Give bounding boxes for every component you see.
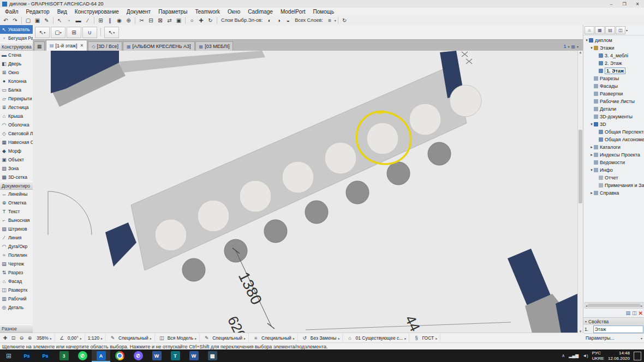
scroll-up-icon[interactable]: ▲ (579, 51, 582, 54)
scroll-down-icon[interactable]: ▼ (579, 330, 582, 333)
toolbox-section-0[interactable]: Конструирова (0, 43, 33, 51)
chevron-down-icon[interactable]: ▾ (626, 28, 628, 32)
selector-3[interactable]: ≡Специальный▸ (249, 333, 298, 343)
selector-1[interactable]: ◫Вся Модель▸ (155, 333, 200, 343)
scrollbar-thumb[interactable] (579, 130, 582, 203)
taskbar-app-archicad[interactable]: A (92, 349, 110, 362)
layer-show-icon[interactable]: ◐ (265, 16, 274, 25)
tree-item-9[interactable]: Детали (583, 105, 644, 113)
close-button[interactable]: ✕ (631, 0, 644, 8)
column-circle[interactable] (409, 104, 441, 135)
chevron-up-icon[interactable]: ∧ (562, 353, 565, 358)
snap-icon[interactable]: ◉ (115, 16, 124, 25)
tool-item-1-10[interactable]: ⌂Фасад (0, 277, 33, 286)
tree-expand-icon[interactable]: ▸ (589, 191, 594, 195)
toolbox-section-1[interactable]: Документиро (0, 182, 33, 190)
tool-item-0-0[interactable]: ▬Стена (0, 51, 33, 59)
guides-icon[interactable]: ∥ (105, 16, 115, 25)
tool-item-0-8[interactable]: ◠Оболочка (0, 120, 33, 129)
zoom-in-icon[interactable]: ⊕ (26, 334, 34, 342)
tree-expand-icon[interactable]: ▸ (589, 153, 594, 157)
selector-6[interactable]: §ГОСТ▸ (409, 333, 440, 343)
pile-circle[interactable] (182, 258, 205, 281)
tree-item-10[interactable]: 3D-документы (583, 113, 644, 120)
tree-item-13[interactable]: Общая Аксонометрия (583, 136, 644, 143)
tool-item-0-2[interactable]: ⊞Окно (0, 68, 33, 77)
layout-book-icon[interactable]: ▤ (605, 26, 615, 34)
tool-item-1-1[interactable]: ⊕Отметка (0, 198, 33, 207)
tool-item-0-10[interactable]: ▦Навесная С (0, 138, 33, 147)
taskbar-app-teams[interactable]: T (166, 349, 184, 362)
tool-item-0-5[interactable]: ▱Перекрыти (0, 94, 33, 103)
menu-item-4[interactable]: Документ (123, 8, 154, 15)
taskbar-app-word-2[interactable]: W (184, 349, 203, 362)
tree-item-0[interactable]: ▾диплом (583, 37, 644, 44)
scroll-left-icon[interactable]: ◂ (586, 304, 587, 307)
volume-icon[interactable]: ◄) (582, 353, 588, 358)
tool-item-0-1[interactable]: ◧Дверь (0, 59, 33, 68)
taskbar-app-chrome[interactable] (110, 349, 129, 362)
snap-grid-icon[interactable]: ⊞ (67, 27, 81, 38)
navigator-hscrollbar[interactable]: ◂ ▸ (585, 302, 643, 309)
tree-expand-icon[interactable]: ▸ (589, 145, 594, 149)
scale-control[interactable]: 1:120 ▸ (85, 333, 106, 343)
chevron-down-icon[interactable]: ▾ (577, 45, 579, 49)
tree-item-12[interactable]: Общая Перспектива (583, 128, 644, 136)
view-map-icon[interactable]: ▦ (595, 26, 605, 34)
tree-item-6[interactable]: Фасады (583, 82, 644, 90)
scroll-right-icon[interactable]: ▸ (641, 304, 642, 307)
scissors-icon[interactable]: ✂ (137, 16, 146, 25)
taskbar-app-viber[interactable]: ✆ (129, 349, 147, 362)
layer-lock-icon[interactable]: ◒ (283, 16, 293, 25)
mirror-icon[interactable]: ⇄ (165, 16, 174, 25)
close-icon[interactable]: ✕ (639, 310, 643, 316)
tree-item-15[interactable]: ▸Индексы Проекта (583, 151, 644, 159)
tool-item-0-3[interactable]: ●Колонна (0, 77, 33, 86)
story-name-field[interactable]: Этаж (593, 325, 643, 333)
tab-3[interactable]: ▦[03 МЕБЛІ] (195, 41, 234, 51)
tool-item-1-0[interactable]: ↔Линейны (0, 190, 33, 198)
minimize-button[interactable]: – (605, 0, 618, 8)
tool-item-0-9[interactable]: ◇Световой Л (0, 129, 33, 138)
language-indicator[interactable]: РУС UKRE (592, 351, 604, 361)
taskbar-app-notepad[interactable]: ▤ (203, 349, 222, 362)
tree-item-4[interactable]: 1. Этаж (583, 67, 644, 75)
tool-item-1-9[interactable]: ⇅Разрез (0, 268, 33, 277)
pan-icon[interactable]: ✚ (196, 16, 206, 25)
zoom-out-icon[interactable]: ⊖ (17, 334, 26, 342)
selector-0[interactable]: ✎Специальный▸ (106, 333, 155, 343)
tree-item-14[interactable]: ▸Каталоги (583, 143, 644, 151)
tool-item-0-4[interactable]: ▭Балка (0, 86, 33, 94)
notification-center-icon[interactable] (634, 352, 641, 360)
layer-indicator[interactable]: 1 (563, 44, 566, 49)
new-view-icon[interactable]: ◫ (632, 310, 637, 316)
clock[interactable]: 14:48 12.06.2020 (608, 351, 630, 361)
tool-item-1-12[interactable]: ▥Рабочий (0, 294, 33, 303)
tree-item-20[interactable]: ▸Справка (583, 189, 644, 197)
menu-item-6[interactable]: Teamwork (192, 8, 224, 15)
rotate-icon[interactable]: ↻ (206, 16, 215, 25)
tab-close-icon[interactable]: ✕ (80, 43, 84, 48)
tree-expand-icon[interactable]: ▾ (589, 46, 594, 50)
menu-item-7[interactable]: Окно (224, 8, 244, 15)
cursor-icon[interactable]: ↖▾ (104, 27, 119, 38)
tree-item-1[interactable]: ▾Этажи (583, 44, 644, 52)
column-circle[interactable] (450, 85, 481, 117)
network-icon[interactable]: ▂▄▆ (569, 353, 579, 358)
project-map-icon[interactable]: ⌂ (585, 26, 594, 34)
column-circle[interactable] (325, 142, 356, 174)
pointer-mode-icon[interactable]: ↖▾ (35, 27, 50, 38)
menu-item-1[interactable]: Редактор (22, 8, 53, 15)
properties-header[interactable]: ▾ Свойства (583, 317, 644, 325)
tree-item-3[interactable]: 2. Этаж (583, 59, 644, 67)
marquee-icon[interactable]: ▫ (64, 16, 74, 25)
tool-item-1-5[interactable]: ∕Линия (0, 233, 33, 242)
settings-button[interactable]: Параметры... ▾ (583, 333, 644, 342)
scrollbar-thumb[interactable] (588, 304, 640, 307)
wall-icon[interactable]: ▬ (74, 16, 83, 25)
column-circle[interactable] (198, 200, 229, 232)
tool-item-0-11[interactable]: ◆Морф (0, 147, 33, 155)
pencil-icon[interactable]: ✎ (42, 16, 51, 25)
canvas-vertical-scrollbar[interactable]: ▲ ▼ (577, 51, 583, 333)
tree-item-18[interactable]: Отчет (583, 174, 644, 182)
